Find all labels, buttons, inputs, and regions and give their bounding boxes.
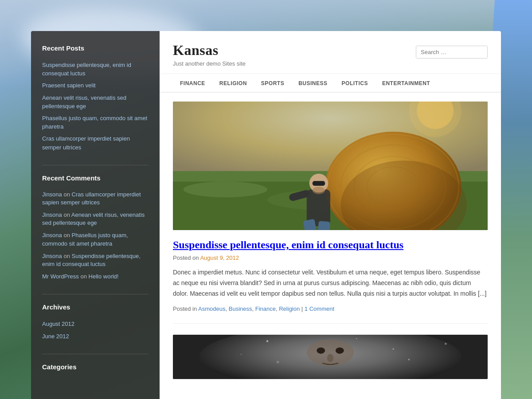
recent-post-link[interactable]: Praesent sapien velit [42, 82, 96, 89]
comment-post-link[interactable]: Hello world! [89, 273, 119, 280]
article-area: Suspendisse pellentesque, enim id conseq… [160, 102, 501, 392]
article-meta: Posted on August 9, 2012 [173, 254, 488, 261]
list-item: Suspendisse pellentesque, enim id conseq… [42, 61, 149, 78]
site-branding: Kansas Just another demo Sites site [173, 42, 246, 67]
nav-link-business[interactable]: BUSINESS [291, 74, 334, 92]
article-2-featured-image [173, 335, 488, 379]
categories-section: Categories [42, 363, 149, 373]
category-link-finance[interactable]: Finance [255, 305, 276, 312]
category-link-asmodeus[interactable]: Asmodeus [198, 305, 225, 312]
svg-rect-13 [313, 181, 325, 186]
sidebar-divider [42, 165, 149, 165]
commenter-link[interactable]: Mr WordPress [42, 273, 79, 280]
recent-post-link[interactable]: Aenean velit risus, venenatis sed pellen… [42, 94, 126, 110]
svg-point-14 [313, 187, 325, 194]
svg-point-31 [277, 360, 279, 363]
svg-point-32 [408, 359, 410, 360]
comment-item: Jinsona on Aenean velit risus, venenatis… [42, 211, 149, 227]
article-featured-image [173, 102, 488, 230]
site-title[interactable]: Kansas [173, 42, 246, 59]
comment-item: Jinsona on Suspendisse pellentesque, eni… [42, 252, 149, 268]
comment-on: on [63, 191, 71, 198]
page-wrapper: Recent Posts Suspendisse pellentesque, e… [22, 0, 510, 399]
list-item: Aenean velit risus, venenatis sed pellen… [42, 94, 149, 110]
article-body: Donec a imperdiet metus. Nunc id consect… [173, 267, 488, 299]
list-item: Phasellus justo quam, commodo sit amet p… [42, 114, 149, 131]
svg-point-27 [327, 353, 333, 362]
archives-section: Archives August 2012 June 2012 [42, 303, 149, 340]
article-title-link[interactable]: Suspendisse pellentesque, enim id conseq… [173, 239, 403, 250]
commenter-link[interactable]: Jinsona [42, 211, 62, 218]
svg-rect-16 [317, 221, 330, 230]
archive-link[interactable]: August 2012 [42, 321, 74, 327]
nav-link-politics[interactable]: POLITICS [335, 74, 375, 92]
nav-link-religion[interactable]: RELIGION [212, 74, 254, 92]
commenter-link[interactable]: Jinsona [42, 253, 62, 259]
posted-in-label: Posted in [173, 305, 197, 312]
nav-link-entertainment[interactable]: ENTERTAINMENT [375, 74, 437, 92]
archive-link[interactable]: June 2012 [42, 333, 69, 340]
article-2 [173, 335, 488, 379]
recent-posts-list: Suspendisse pellentesque, enim id conseq… [42, 61, 149, 152]
recent-post-link[interactable]: Cras ullamcorper imperdiet sapien semper… [42, 135, 130, 150]
comment-separator: | [301, 305, 305, 312]
svg-point-33 [241, 353, 242, 354]
svg-point-26 [336, 347, 344, 353]
comments-link[interactable]: 1 Comment [305, 305, 334, 312]
nav-item: RELIGION [212, 74, 254, 92]
posted-on-label: Posted on [173, 254, 199, 261]
article-image-svg [173, 102, 488, 230]
archives-list: August 2012 June 2012 [42, 320, 149, 340]
archives-title: Archives [42, 303, 149, 313]
sidebar-divider [42, 294, 149, 294]
category-link-religion[interactable]: Religion [279, 305, 300, 312]
article-date[interactable]: August 9, 2012 [200, 254, 239, 261]
svg-point-25 [317, 347, 325, 353]
sidebar-divider [42, 354, 149, 354]
comment-on: on [63, 232, 71, 239]
nav-item: BUSINESS [291, 74, 334, 92]
search-box [416, 46, 488, 59]
commenter-link[interactable]: Jinsona [42, 191, 62, 198]
list-item: Praesent sapien velit [42, 81, 149, 90]
commenter-link[interactable]: Jinsona [42, 232, 62, 239]
nav-item: FINANCE [173, 74, 212, 92]
nav-item: SPORTS [254, 74, 291, 92]
list-item: August 2012 [42, 320, 149, 328]
site-tagline: Just another demo Sites site [173, 60, 246, 67]
comment-on: on [80, 273, 88, 280]
category-link-business[interactable]: Business [229, 305, 252, 312]
svg-point-30 [356, 338, 357, 339]
recent-post-link[interactable]: Suspendisse pellentesque, enim id conseq… [42, 62, 131, 77]
list-item: Cras ullamcorper imperdiet sapien semper… [42, 134, 149, 151]
nav-item: ENTERTAINMENT [375, 74, 437, 92]
svg-point-28 [266, 340, 269, 342]
article-footer: Posted in Asmodeus, Business, Finance, R… [173, 305, 488, 312]
article-1: Suspendisse pellentesque, enim id conseq… [173, 102, 488, 312]
recent-comments-section: Recent Comments Jinsona on Cras ullamcor… [42, 174, 149, 281]
comment-on: on [63, 211, 71, 218]
svg-point-29 [392, 348, 394, 350]
comment-item: Mr WordPress on Hello world! [42, 273, 149, 281]
search-input[interactable] [416, 46, 487, 58]
article-divider [173, 323, 488, 324]
nav-link-finance[interactable]: FINANCE [173, 74, 212, 92]
comment-on: on [63, 253, 71, 259]
recent-posts-title: Recent Posts [42, 44, 149, 55]
nav-item: POLITICS [335, 74, 375, 92]
recent-comments-title: Recent Comments [42, 174, 149, 184]
main-content: Kansas Just another demo Sites site FINA… [160, 31, 501, 399]
sidebar: Recent Posts Suspendisse pellentesque, e… [31, 31, 160, 399]
recent-posts-section: Recent Posts Suspendisse pellentesque, e… [42, 44, 149, 152]
categories-title: Categories [42, 363, 149, 373]
svg-point-3 [184, 182, 267, 198]
comment-item: Jinsona on Cras ullamcorper imperdiet sa… [42, 191, 149, 207]
article-title: Suspendisse pellentesque, enim id conseq… [173, 238, 488, 252]
site-header: Kansas Just another demo Sites site [160, 31, 501, 74]
list-item: June 2012 [42, 332, 149, 340]
recent-post-link[interactable]: Phasellus justo quam, commodo sit amet p… [42, 115, 147, 130]
nav-link-sports[interactable]: SPORTS [254, 74, 291, 92]
comment-item: Jinsona on Phasellus justo quam, commodo… [42, 231, 149, 247]
site-nav: FINANCE RELIGION SPORTS BUSINESS POLITIC… [160, 74, 501, 93]
article-2-image-svg [173, 335, 488, 379]
